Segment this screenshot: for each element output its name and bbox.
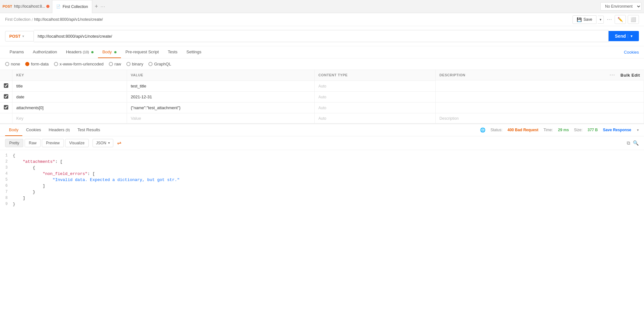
resp-tab-headers[interactable]: Headers (9) [45, 124, 74, 136]
tab-tests[interactable]: Tests [163, 46, 182, 58]
breadcrumb-collection[interactable]: First Collection [5, 17, 30, 22]
headers-dot [91, 51, 94, 53]
body-type-form-data-label: form-data [31, 62, 49, 66]
tab-bar: POST http://localhost:8... 📄 First Colle… [0, 0, 644, 13]
url-input[interactable] [34, 30, 609, 42]
status-value: 400 Bad Request [507, 128, 538, 132]
tab-settings[interactable]: Settings [182, 46, 206, 58]
resp-raw-button[interactable]: Raw [25, 139, 41, 147]
row3-value: {"name":"test_attachment"} [131, 105, 181, 110]
body-type-none[interactable]: none [5, 62, 20, 66]
empty-key-placeholder: Key [16, 116, 23, 121]
response-tabs-bar: Body Cookies Headers (9) Test Results 🌐 … [0, 124, 644, 136]
body-type-form-data[interactable]: form-data [25, 62, 49, 66]
size-value: 377 B [588, 128, 598, 132]
radio-none [5, 62, 9, 66]
collection-tab[interactable]: 📄 First Collection [52, 0, 92, 13]
radio-binary [126, 62, 131, 66]
checkbox-col-header [0, 70, 12, 80]
row1-checkbox[interactable] [4, 83, 8, 88]
breadcrumb-actions: 💾 Save ▾ ··· ✏️ ⬜ [573, 15, 639, 24]
body-type-raw[interactable]: raw [109, 62, 121, 66]
tab-more-button[interactable]: ··· [101, 4, 105, 9]
copy-icon[interactable]: ⧉ [627, 140, 630, 146]
tab-headers[interactable]: Headers (10) [62, 46, 98, 58]
tab-authorization[interactable]: Authorization [28, 46, 62, 58]
cookies-link[interactable]: Cookies [624, 50, 639, 55]
save-dropdown-button[interactable]: ▾ [598, 16, 604, 24]
resp-preview-button[interactable]: Preview [42, 139, 64, 147]
save-response-chevron: ▾ [637, 128, 639, 132]
code-line-2: 2 "attachments": [ [0, 159, 644, 165]
row1-value: test_title [131, 84, 146, 88]
row2-key: date [16, 95, 24, 99]
body-type-binary[interactable]: binary [126, 62, 143, 66]
row2-content-type: Auto [318, 95, 326, 99]
send-button[interactable]: Send ▾ [609, 31, 639, 41]
response-action-icons: ⧉ 🔍 [627, 140, 639, 146]
save-response-button[interactable]: Save Response [603, 128, 631, 132]
globe-icon: 🌐 [480, 127, 485, 132]
format-chevron-icon: ▾ [108, 141, 110, 145]
resp-tab-body[interactable]: Body [5, 124, 22, 136]
size-label: Size: [574, 128, 583, 132]
url-bar: POST ▾ Send ▾ [0, 26, 644, 46]
key-col-header: KEY [12, 70, 127, 80]
new-tab-button[interactable]: + [95, 4, 98, 9]
send-label: Send [615, 34, 626, 39]
row3-checkbox[interactable] [4, 105, 8, 110]
tab-body[interactable]: Body [98, 46, 121, 58]
empty-content-type: Auto [318, 116, 326, 121]
code-line-6: 6 ] [0, 183, 644, 189]
environment-selector[interactable]: No Environment [600, 2, 641, 11]
time-value: 29 ms [558, 128, 569, 132]
resp-pretty-button[interactable]: Pretty [5, 139, 23, 147]
response-panel: Body Cookies Headers (9) Test Results 🌐 … [0, 124, 644, 318]
table-row: title test_title Auto [0, 80, 644, 91]
resp-tab-cookies[interactable]: Cookies [22, 124, 45, 136]
body-type-raw-label: raw [115, 62, 121, 66]
edit-button[interactable]: ✏️ [615, 15, 626, 24]
code-line-9: 9 } [0, 201, 644, 207]
response-status-bar: 🌐 Status: 400 Bad Request Time: 29 ms Si… [480, 127, 639, 132]
tab-method-badge: POST [3, 4, 12, 8]
resp-tab-test-results[interactable]: Test Results [74, 124, 104, 136]
filter-icon[interactable]: ⇌ [117, 140, 121, 146]
row3-key: attachments[0] [16, 105, 43, 110]
code-line-8: 8 ] [0, 195, 644, 201]
body-type-graphql[interactable]: GraphQL [148, 62, 171, 66]
layout-button[interactable]: ⬜ [628, 15, 639, 24]
tab-dot-indicator [46, 5, 49, 8]
method-selector[interactable]: POST ▾ [5, 31, 34, 42]
description-col-header: DESCRIPTION ··· Bulk Edit [436, 70, 644, 80]
content-type-col-header: CONTENT TYPE [314, 70, 435, 80]
bulk-edit-button[interactable]: Bulk Edit [620, 73, 640, 78]
tab-params[interactable]: Params [5, 46, 28, 58]
save-button[interactable]: 💾 Save [573, 15, 596, 24]
radio-graphql [148, 62, 153, 66]
resp-headers-badge: (9) [65, 128, 70, 132]
tab-url-text: http://localhost:8... [14, 4, 45, 9]
breadcrumb-url: http://localhost:8000/api/v1/notes/creat… [34, 17, 103, 22]
save-label: Save [583, 17, 592, 22]
row1-content-type: Auto [318, 84, 326, 88]
table-empty-row: Key Value Auto Description [0, 113, 644, 123]
format-selector[interactable]: JSON ▾ [93, 139, 113, 147]
response-code-area: 1 { 2 "attachments": [ 3 { 4 "non_field_… [0, 150, 644, 214]
time-label: Time: [543, 128, 553, 132]
row2-checkbox[interactable] [4, 94, 8, 99]
body-type-urlencoded[interactable]: x-www-form-urlencoded [54, 62, 104, 66]
file-icon: 📄 [56, 4, 61, 9]
send-chevron-icon: ▾ [628, 34, 633, 38]
method-label: POST [9, 34, 20, 39]
save-icon: 💾 [577, 17, 582, 22]
resp-visualize-button[interactable]: Visualize [65, 139, 89, 147]
table-more-button[interactable]: ··· [610, 72, 616, 78]
tab-pre-request[interactable]: Pre-request Script [121, 46, 163, 58]
code-line-4: 4 "non_field_errors": [ [0, 171, 644, 177]
response-toolbar: Pretty Raw Preview Visualize JSON ▾ ⇌ ⧉ … [0, 136, 644, 150]
code-line-7: 7 } [0, 189, 644, 195]
breadcrumb-more-button[interactable]: ··· [607, 17, 612, 22]
search-icon[interactable]: 🔍 [633, 140, 639, 146]
row1-key: title [16, 84, 23, 88]
